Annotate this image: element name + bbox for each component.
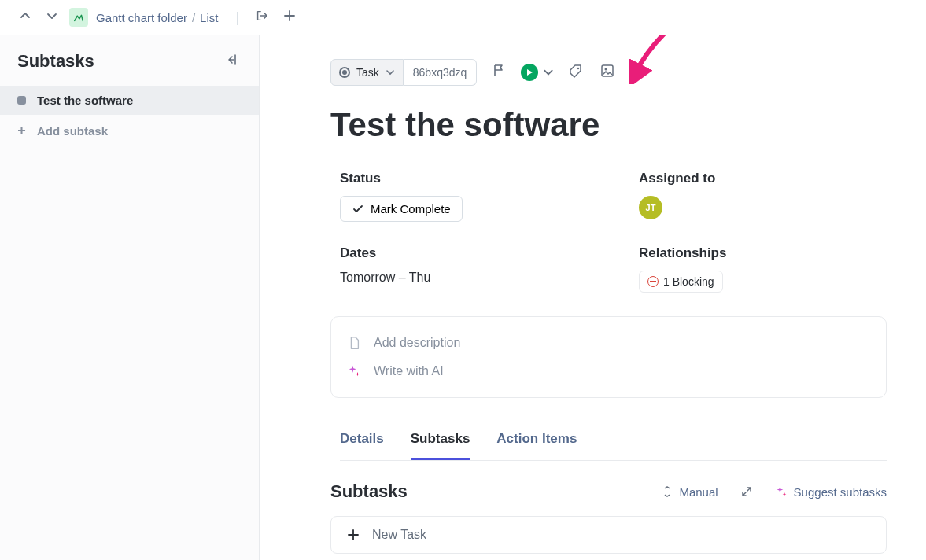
status-field: Status Mark Complete xyxy=(340,171,639,222)
folder-chart-icon xyxy=(69,8,88,27)
plus-icon: + xyxy=(17,123,26,139)
collapse-sidebar-icon[interactable] xyxy=(226,52,242,71)
chevron-down-icon[interactable] xyxy=(543,67,554,78)
sparkle-icon xyxy=(775,485,788,498)
add-subtask-button[interactable]: + Add subtask xyxy=(0,115,259,147)
write-with-ai-button[interactable]: Write with AI xyxy=(347,359,870,383)
dates-value[interactable]: Tomorrow – Thu xyxy=(340,271,639,285)
assigned-field: Assigned to JT xyxy=(639,171,887,222)
dates-label: Dates xyxy=(340,245,639,261)
sidebar-title: Subtasks xyxy=(17,51,94,72)
breadcrumb-current[interactable]: List xyxy=(200,11,218,24)
task-tabs: Details Subtasks Action Items xyxy=(340,431,887,461)
task-title[interactable]: Test the software xyxy=(330,106,887,144)
topbar: Gantt chart folder / List | xyxy=(0,0,926,35)
plus-icon xyxy=(347,529,360,541)
svg-point-2 xyxy=(605,68,607,71)
main-panel: Task 86bxq3dzq xyxy=(260,35,926,560)
tag-icon[interactable] xyxy=(566,61,585,83)
subtasks-section-title: Subtasks xyxy=(330,481,408,502)
sidebar: Subtasks Test the software + Add subtask xyxy=(0,35,260,560)
task-type-label: Task xyxy=(356,66,379,79)
status-square-icon xyxy=(17,96,26,105)
task-type-dropdown[interactable]: Task xyxy=(330,59,404,86)
description-box: Add description Write with AI xyxy=(330,316,887,398)
breadcrumb-folder[interactable]: Gantt chart folder xyxy=(96,11,187,24)
tab-subtasks[interactable]: Subtasks xyxy=(411,431,470,460)
add-subtask-label: Add subtask xyxy=(37,124,108,138)
tab-details[interactable]: Details xyxy=(340,431,384,460)
assigned-label: Assigned to xyxy=(639,171,887,186)
topbar-divider: | xyxy=(235,9,239,26)
blocking-badge[interactable]: 1 Blocking xyxy=(639,271,723,293)
tab-action-items[interactable]: Action Items xyxy=(496,431,577,460)
sidebar-item-task[interactable]: Test the software xyxy=(0,86,259,115)
status-dot-icon xyxy=(339,67,350,78)
relationships-label: Relationships xyxy=(639,245,887,261)
nav-up-icon[interactable] xyxy=(16,6,35,28)
image-icon[interactable] xyxy=(598,61,617,83)
add-tab-icon[interactable] xyxy=(280,6,299,28)
relationships-field: Relationships 1 Blocking xyxy=(639,245,887,293)
sparkle-icon xyxy=(347,364,361,378)
sort-icon xyxy=(662,486,673,497)
status-label: Status xyxy=(340,171,639,186)
dates-field: Dates Tomorrow – Thu xyxy=(340,245,639,293)
svg-point-0 xyxy=(577,68,579,69)
document-icon xyxy=(347,336,361,350)
expand-icon[interactable] xyxy=(740,485,753,498)
mark-complete-button[interactable]: Mark Complete xyxy=(340,196,463,222)
suggest-subtasks-button[interactable]: Suggest subtasks xyxy=(775,485,887,499)
breadcrumb-separator: / xyxy=(192,11,195,24)
nav-down-icon[interactable] xyxy=(42,6,61,28)
subtasks-section-header: Subtasks Manual Suggest subtasks xyxy=(330,461,887,516)
task-toolbar: Task 86bxq3dzq xyxy=(330,59,887,86)
breadcrumb: Gantt chart folder / List xyxy=(96,11,218,24)
blocking-icon xyxy=(647,276,659,287)
chevron-down-icon xyxy=(386,68,395,77)
add-description-button[interactable]: Add description xyxy=(347,331,870,355)
avatar[interactable]: JT xyxy=(639,196,662,219)
new-task-button[interactable]: New Task xyxy=(330,516,887,554)
play-button[interactable] xyxy=(521,64,538,81)
sort-dropdown[interactable]: Manual xyxy=(662,485,718,499)
sidebar-item-label: Test the software xyxy=(37,94,133,107)
check-icon xyxy=(352,203,364,216)
flag-icon[interactable] xyxy=(489,61,508,83)
task-id[interactable]: 86bxq3dzq xyxy=(404,59,478,86)
exit-icon[interactable] xyxy=(252,6,272,29)
